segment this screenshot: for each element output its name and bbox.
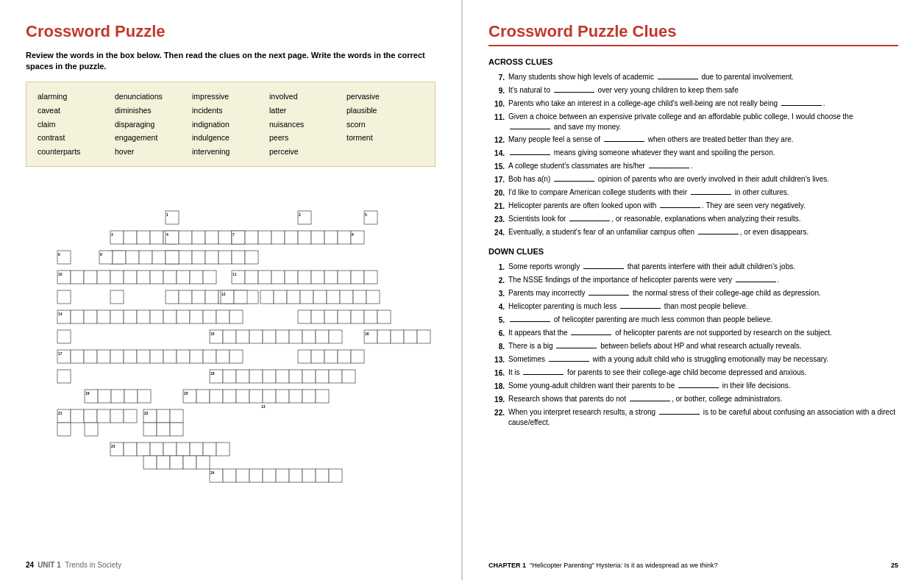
svg-rect-164 (302, 370, 316, 383)
svg-text:14: 14 (58, 312, 63, 316)
clue-across-11: 11. Given a choice between an expensive … (488, 112, 898, 132)
clue-down-2: 2. The NSSE findings of the importance o… (488, 275, 898, 286)
svg-rect-224 (289, 469, 302, 482)
svg-rect-105 (177, 310, 190, 323)
clue-down-1: 1. Some reports wrongly that parents int… (488, 262, 898, 273)
svg-rect-176 (196, 390, 210, 403)
svg-rect-116 (377, 310, 391, 323)
svg-rect-9 (137, 231, 150, 244)
svg-text:1: 1 (166, 212, 168, 217)
word-col-5: pervasive plausible scorn torment (346, 90, 424, 159)
svg-rect-70 (338, 271, 351, 284)
svg-rect-219 (223, 469, 236, 482)
svg-rect-166 (329, 370, 342, 383)
svg-rect-146 (190, 350, 203, 363)
svg-text:24: 24 (210, 470, 215, 475)
svg-rect-208 (177, 443, 190, 456)
svg-rect-37 (205, 251, 218, 264)
svg-rect-75 (166, 290, 179, 304)
svg-rect-149 (230, 350, 243, 363)
svg-rect-10 (150, 231, 163, 244)
svg-rect-8 (124, 231, 137, 244)
clue-across-12: 12. Many people feel a sense of when oth… (488, 135, 898, 146)
svg-rect-46 (152, 251, 166, 264)
left-page: Crossword Puzzle Review the words in the… (0, 0, 463, 580)
word-col-3: impressive incidents indignation indulge… (192, 90, 269, 159)
svg-rect-126 (302, 330, 316, 343)
clue-down-4: 4. Helicopter parenting is much less tha… (488, 301, 898, 312)
svg-text:4: 4 (166, 232, 168, 237)
svg-rect-142 (137, 350, 150, 363)
clue-across-17: 17. Bob has a(n) opinion of parents who … (488, 174, 898, 185)
svg-rect-192 (124, 409, 137, 423)
svg-rect-101 (124, 310, 137, 323)
svg-rect-84 (234, 290, 247, 304)
right-page-title: Crossword Puzzle Clues (488, 22, 898, 46)
svg-rect-133 (404, 330, 417, 343)
svg-rect-39 (232, 251, 245, 264)
svg-rect-189 (84, 409, 97, 423)
svg-rect-102 (137, 310, 150, 323)
svg-rect-76 (179, 290, 192, 304)
svg-rect-73 (57, 290, 71, 304)
across-clues-label: ACROSS CLUES (488, 57, 898, 66)
clue-across-15: 15. A college student's classmates are h… (488, 161, 898, 172)
svg-rect-197 (57, 423, 71, 436)
svg-rect-223 (276, 469, 289, 482)
right-page: Crossword Puzzle Clues ACROSS CLUES 7. M… (463, 0, 924, 580)
svg-rect-199 (143, 423, 157, 436)
svg-rect-215 (183, 456, 196, 469)
svg-text:12: 12 (221, 292, 226, 296)
svg-rect-22 (258, 231, 271, 244)
footer-chapter: CHAPTER 1 "Helicopter Parenting" Hysteri… (488, 562, 718, 569)
svg-rect-54 (124, 271, 137, 284)
svg-rect-148 (216, 350, 230, 363)
svg-rect-171 (111, 390, 124, 403)
svg-text:8: 8 (352, 232, 354, 237)
svg-text:6: 6 (58, 252, 60, 257)
svg-rect-26 (311, 231, 324, 244)
clue-across-20: 20. I'd like to compare American college… (488, 187, 898, 198)
down-clues-label: DOWN CLUES (488, 247, 898, 256)
svg-rect-27 (324, 231, 338, 244)
svg-rect-38 (218, 251, 232, 264)
clue-down-3: 3. Parents may incorrectly the normal st… (488, 288, 898, 299)
svg-text:2: 2 (299, 212, 301, 217)
svg-rect-107 (203, 310, 216, 323)
svg-rect-59 (190, 271, 203, 284)
svg-rect-185 (316, 390, 329, 403)
svg-rect-144 (163, 350, 177, 363)
left-page-footer: 24 UNIT 1 Trends in Society (26, 561, 436, 569)
svg-rect-160 (249, 370, 263, 383)
svg-rect-115 (364, 310, 377, 323)
svg-rect-58 (177, 271, 190, 284)
svg-rect-140 (110, 350, 124, 363)
clue-down-22: 22. When you interpret research results,… (488, 407, 898, 428)
clue-down-8: 8. There is a big between beliefs about … (488, 341, 898, 352)
svg-rect-155 (57, 370, 71, 383)
word-col-1: alarming caveat claim contrast counterpa… (38, 90, 115, 159)
svg-text:20: 20 (184, 391, 188, 395)
crossword-svg: .cell { fill: white; stroke: #555; strok… (26, 178, 436, 487)
clue-across-21: 21. Helicopter parents are often looked … (488, 201, 898, 212)
svg-rect-132 (391, 330, 404, 343)
clue-down-6: 6. It appears that the of helicopter par… (488, 328, 898, 339)
svg-rect-106 (190, 310, 203, 323)
down-clues-container: 1. Some reports wrongly that parents int… (488, 262, 898, 428)
clue-down-13: 13. Sometimes with a young adult child w… (488, 354, 898, 365)
svg-rect-158 (223, 370, 236, 383)
svg-rect-94 (366, 290, 380, 304)
svg-text:7: 7 (232, 232, 235, 237)
svg-rect-226 (316, 469, 329, 482)
svg-rect-72 (364, 271, 377, 284)
svg-rect-127 (316, 330, 329, 343)
svg-rect-167 (342, 370, 355, 383)
svg-rect-201 (170, 423, 183, 436)
svg-rect-65 (271, 271, 285, 284)
svg-rect-66 (285, 271, 298, 284)
svg-rect-227 (329, 469, 342, 482)
svg-rect-120 (223, 330, 236, 343)
svg-rect-177 (210, 390, 223, 403)
svg-rect-60 (203, 271, 216, 284)
svg-rect-207 (163, 443, 177, 456)
